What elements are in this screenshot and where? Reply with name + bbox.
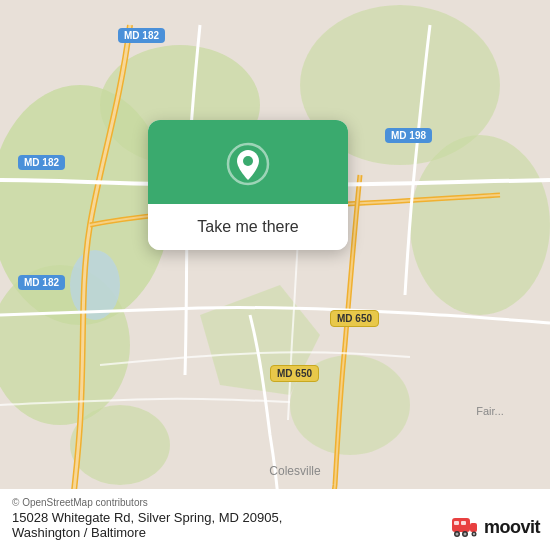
map-background: Colesville Fair... <box>0 0 550 550</box>
road-badge-md182-top: MD 182 <box>118 28 165 43</box>
svg-text:Colesville: Colesville <box>269 464 321 478</box>
road-badge-md182-bot: MD 182 <box>18 275 65 290</box>
road-badge-md650-1: MD 650 <box>330 310 379 327</box>
svg-point-7 <box>70 405 170 485</box>
road-badge-md182-mid: MD 182 <box>18 155 65 170</box>
svg-point-23 <box>473 533 475 535</box>
moovit-icon <box>450 512 480 542</box>
svg-rect-15 <box>470 523 477 532</box>
location-pin-icon <box>226 142 270 186</box>
bottom-bar: © OpenStreetMap contributors 15028 White… <box>0 489 550 550</box>
road-badge-md198: MD 198 <box>385 128 432 143</box>
moovit-logo: moovit <box>450 512 540 542</box>
location-popup: Take me there <box>148 120 348 250</box>
svg-point-13 <box>243 156 253 166</box>
map-attribution: © OpenStreetMap contributors <box>12 497 538 508</box>
svg-rect-20 <box>454 521 459 525</box>
moovit-brand-name: moovit <box>484 517 540 538</box>
svg-rect-21 <box>461 521 466 525</box>
take-me-there-button[interactable]: Take me there <box>148 204 348 250</box>
road-badge-md650-2: MD 650 <box>270 365 319 382</box>
svg-point-5 <box>410 135 550 315</box>
svg-rect-14 <box>452 518 470 532</box>
svg-point-18 <box>455 533 458 536</box>
map-container: Colesville Fair... MD 182 MD 182 MD 182 … <box>0 0 550 550</box>
popup-green-header <box>148 120 348 204</box>
svg-text:Fair...: Fair... <box>476 405 504 417</box>
svg-point-19 <box>463 533 466 536</box>
svg-point-9 <box>70 250 120 320</box>
